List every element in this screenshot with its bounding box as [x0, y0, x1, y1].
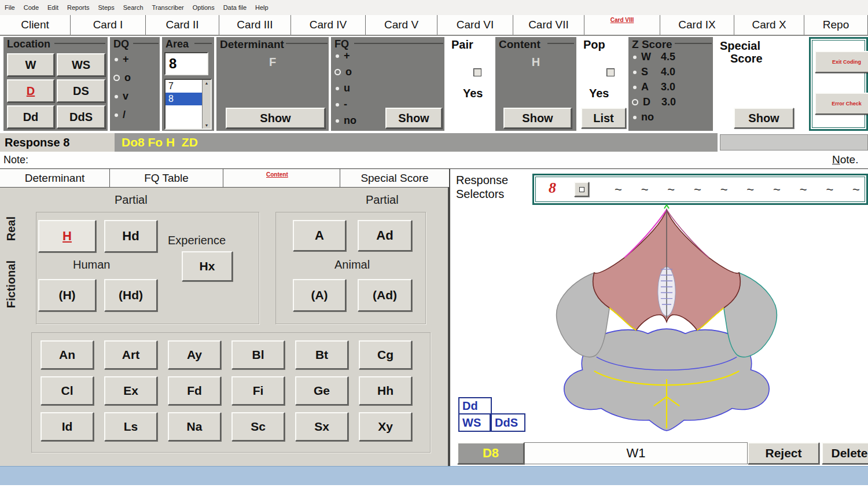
menu-help[interactable]: Help	[255, 4, 269, 11]
content-paren-ad-button[interactable]: (Ad)	[358, 279, 412, 311]
content-hh-button[interactable]: Hh	[359, 376, 412, 405]
note-link[interactable]: Note.	[832, 153, 858, 166]
content-ge-button[interactable]: Ge	[295, 376, 348, 405]
tab-card-2[interactable]: Card II	[146, 15, 219, 35]
menu-steps[interactable]: Steps	[98, 4, 115, 11]
content-cg-button[interactable]: Cg	[359, 340, 412, 369]
tab-reports[interactable]: Repo	[804, 15, 868, 35]
fq-option-plus[interactable]: +	[336, 50, 350, 62]
pop-list-button[interactable]: List	[581, 108, 626, 129]
content-h-button-selected[interactable]: H	[38, 220, 96, 252]
tab-card-1[interactable]: Card I	[71, 15, 146, 35]
fq-option-no[interactable]: no	[336, 115, 356, 127]
tab-card-4[interactable]: Card IV	[291, 15, 366, 35]
inkblot-display[interactable]	[537, 204, 796, 438]
selector-slot[interactable]: ~	[773, 182, 781, 197]
location-dd-button[interactable]: Dd	[7, 105, 54, 129]
menu-transcriber[interactable]: Transcriber	[152, 4, 184, 11]
content-xy-button[interactable]: Xy	[359, 412, 412, 441]
location-code-d8-button[interactable]: D8	[457, 442, 524, 464]
content-bt-button[interactable]: Bt	[295, 340, 348, 369]
content-a-button[interactable]: A	[293, 220, 346, 251]
delete-button[interactable]: Delete	[822, 442, 868, 464]
location-d-button-selected[interactable]: D	[7, 79, 54, 102]
selector-slot[interactable]: ~	[615, 182, 622, 197]
selector-slot[interactable]: ~	[800, 182, 807, 197]
tab-fq-table[interactable]: FQ Table	[110, 169, 223, 188]
content-fd-button[interactable]: Fd	[168, 376, 221, 405]
location-ds-button[interactable]: DS	[57, 79, 105, 102]
zscore-option-a[interactable]: A 3.0	[633, 81, 709, 93]
determinant-show-button[interactable]: Show	[226, 108, 325, 129]
content-paren-h-button[interactable]: (H)	[38, 279, 96, 311]
error-check-button[interactable]: Error Check	[815, 93, 868, 115]
selector-slot[interactable]: ~	[720, 182, 728, 197]
content-ls-button[interactable]: Ls	[104, 412, 157, 441]
tab-content-active[interactable]: Content	[266, 171, 288, 178]
selector-slot[interactable]: ~	[667, 182, 675, 197]
selector-slot[interactable]: ~	[641, 182, 649, 197]
tab-card-3[interactable]: Card III	[219, 15, 291, 35]
content-show-button[interactable]: Show	[503, 108, 572, 129]
fq-option-o-selected[interactable]: o	[334, 66, 352, 78]
pop-checkbox[interactable]	[606, 68, 615, 76]
content-fi-button[interactable]: Fi	[231, 376, 285, 405]
exit-coding-button[interactable]: Exit Coding	[815, 51, 868, 73]
area-listbox[interactable]: 7 8 ▲ ▼	[164, 79, 212, 130]
content-paren-hd-button[interactable]: (Hd)	[104, 279, 157, 311]
content-hx-button[interactable]: Hx	[182, 251, 233, 281]
tab-card-5[interactable]: Card V	[366, 15, 437, 35]
area-list-item[interactable]: 7	[165, 80, 202, 93]
content-cl-button[interactable]: Cl	[41, 376, 94, 405]
scroll-up-icon[interactable]: ▲	[205, 81, 209, 85]
location-w-button[interactable]: W	[7, 53, 54, 76]
content-ay-button[interactable]: Ay	[168, 340, 221, 369]
scroll-down-icon[interactable]: ▼	[205, 123, 209, 127]
zscore-option-d-selected[interactable]: D 3.0	[632, 96, 709, 108]
tab-determinant[interactable]: Determinant	[0, 169, 110, 188]
blot-ws-toggle[interactable]: WS	[458, 413, 491, 432]
special-score-show-button[interactable]: Show	[734, 108, 794, 129]
menu-reports[interactable]: Reports	[67, 4, 90, 11]
menu-code[interactable]: Code	[24, 4, 39, 11]
fq-option-u[interactable]: u	[336, 82, 350, 94]
content-hd-button[interactable]: Hd	[104, 220, 157, 252]
content-ad-button[interactable]: Ad	[358, 220, 412, 251]
tab-card-7[interactable]: Card VII	[513, 15, 584, 35]
zscore-option-w[interactable]: W 4.5	[633, 51, 709, 63]
location-dds-button[interactable]: DdS	[57, 105, 105, 129]
tab-card-8-active[interactable]: Card VIII	[584, 15, 660, 35]
content-paren-a-button[interactable]: (A)	[293, 279, 346, 311]
zscore-option-no[interactable]: no	[633, 111, 654, 123]
fq-show-button[interactable]: Show	[385, 108, 442, 129]
fq-option-minus[interactable]: -	[336, 98, 347, 111]
tab-card-10[interactable]: Card X	[734, 15, 804, 35]
tab-special-score[interactable]: Special Score	[340, 169, 449, 188]
content-na-button[interactable]: Na	[168, 412, 221, 441]
selector-detail-button[interactable]	[574, 182, 589, 197]
tab-card-9[interactable]: Card IX	[660, 15, 734, 35]
area-list-scrollbar[interactable]: ▲ ▼	[202, 80, 211, 129]
dq-option-o-selected[interactable]: o	[113, 72, 131, 84]
selector-slot[interactable]: ~	[826, 182, 833, 197]
menu-search[interactable]: Search	[123, 4, 144, 11]
reject-button[interactable]: Reject	[748, 442, 819, 464]
content-an-button[interactable]: An	[41, 340, 94, 369]
selector-slot[interactable]: ~	[694, 182, 701, 197]
location-ws-button[interactable]: WS	[57, 53, 105, 76]
selector-active-response[interactable]: 8	[549, 179, 556, 197]
content-bl-button[interactable]: Bl	[231, 340, 285, 369]
w-code-display[interactable]: W1	[524, 442, 748, 464]
menu-options[interactable]: Options	[193, 4, 215, 11]
content-art-button[interactable]: Art	[104, 340, 157, 369]
dq-option-plus[interactable]: +	[115, 53, 129, 65]
selector-slot[interactable]: ~	[746, 182, 754, 197]
zscore-option-s[interactable]: S 4.0	[633, 66, 709, 78]
blot-dds-toggle[interactable]: DdS	[491, 413, 525, 432]
pair-checkbox[interactable]	[473, 68, 481, 76]
content-sc-button[interactable]: Sc	[231, 412, 285, 441]
menu-file[interactable]: File	[5, 4, 15, 11]
menu-data-file[interactable]: Data file	[223, 4, 247, 11]
menu-edit[interactable]: Edit	[47, 4, 58, 11]
area-list-item-selected[interactable]: 8	[165, 93, 202, 105]
